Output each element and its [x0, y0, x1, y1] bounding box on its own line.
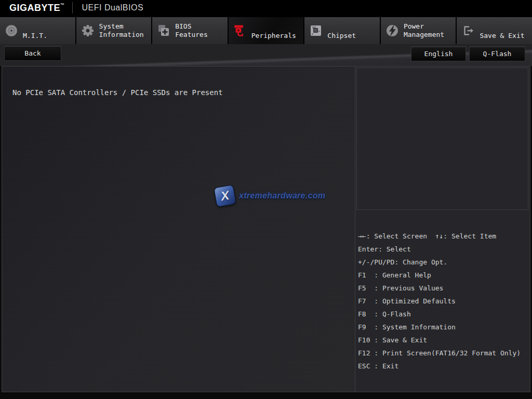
chipset-icon	[309, 24, 323, 37]
tab-label: BIOS	[175, 22, 208, 31]
tab-label: Features	[175, 31, 208, 39]
tab-bios-features[interactable]: BIOSFeatures	[152, 17, 228, 44]
firmware-title: UEFI DualBIOS	[82, 3, 144, 12]
key-legend-line: F1 : General Help	[358, 269, 529, 282]
peripherals-usb-icon	[233, 24, 247, 37]
gigabyte-logo: GIGABYTE™	[9, 3, 65, 14]
watermark: X xtremehardware.com	[215, 186, 325, 206]
tab-label: Chipset	[327, 32, 356, 40]
item-help-box	[356, 68, 528, 210]
bios-screen: GIGABYTE™ UEFI DualBIOS M.I.T.	[0, 0, 532, 399]
key-legend-line: F10 : Save & Exit	[358, 334, 529, 347]
mit-dial-icon	[5, 24, 18, 37]
language-button[interactable]: English	[411, 46, 466, 61]
gear-icon	[81, 24, 95, 37]
tab-power-management[interactable]: PowerManagement	[381, 17, 456, 44]
power-bolt-icon	[385, 24, 399, 37]
key-legend-line: F5 : Previous Values	[358, 282, 529, 295]
key-legend-line: +/-/PU/PD: Change Opt.	[358, 256, 529, 269]
key-legend-line: F9 : System Information	[358, 321, 529, 334]
xtremehardware-logo-icon: X	[214, 184, 236, 207]
key-legend-line: F8 : Q-Flash	[358, 308, 529, 321]
watermark-text: xtremehardware.com	[239, 191, 325, 201]
tab-bar: M.I.T. SystemInformation BIOS	[0, 16, 532, 44]
tab-peripherals[interactable]: Peripherals	[229, 17, 304, 44]
tab-save-exit[interactable]: Save & Exit	[457, 17, 532, 44]
toolbar-row: Back English Q-Flash	[0, 44, 532, 66]
tab-chipset[interactable]: Chipset	[304, 17, 380, 44]
help-panel: →←: Select Screen ↑↓: Select ItemEnter: …	[355, 66, 530, 392]
key-legend: →←: Select Screen ↑↓: Select ItemEnter: …	[358, 230, 529, 373]
key-legend-line: →←: Select Screen ↑↓: Select Item	[358, 230, 529, 243]
main-content: No PCIe SATA Controllers / PCIe SSDs are…	[2, 66, 530, 392]
key-legend-line: F7 : Optimized Defaults	[358, 295, 529, 308]
tab-label: Management	[404, 31, 444, 39]
key-legend-line: Enter: Select	[358, 243, 529, 256]
top-bar: GIGABYTE™ UEFI DualBIOS	[0, 0, 532, 16]
exit-icon	[461, 24, 475, 37]
header-divider	[72, 2, 73, 14]
tab-system-information[interactable]: SystemInformation	[76, 17, 152, 44]
back-button[interactable]: Back	[4, 46, 61, 61]
key-legend-line: F12 : Print Screen(FAT16/32 Format Only)	[358, 347, 529, 360]
tab-label: Information	[99, 31, 144, 39]
tab-label: Save & Exit	[480, 32, 524, 40]
tab-label: M.I.T.	[23, 32, 47, 40]
status-message: No PCIe SATA Controllers / PCIe SSDs are…	[12, 88, 223, 97]
trademark-mark: ™	[60, 3, 65, 7]
tab-label: Peripherals	[251, 32, 296, 40]
tab-mit[interactable]: M.I.T.	[0, 17, 75, 44]
key-legend-line: ESC : Exit	[358, 360, 529, 373]
qflash-button[interactable]: Q-Flash	[469, 46, 525, 61]
tab-label: Power	[404, 22, 444, 31]
tab-label: System	[99, 22, 144, 31]
bios-chip-plus-icon	[157, 24, 170, 37]
